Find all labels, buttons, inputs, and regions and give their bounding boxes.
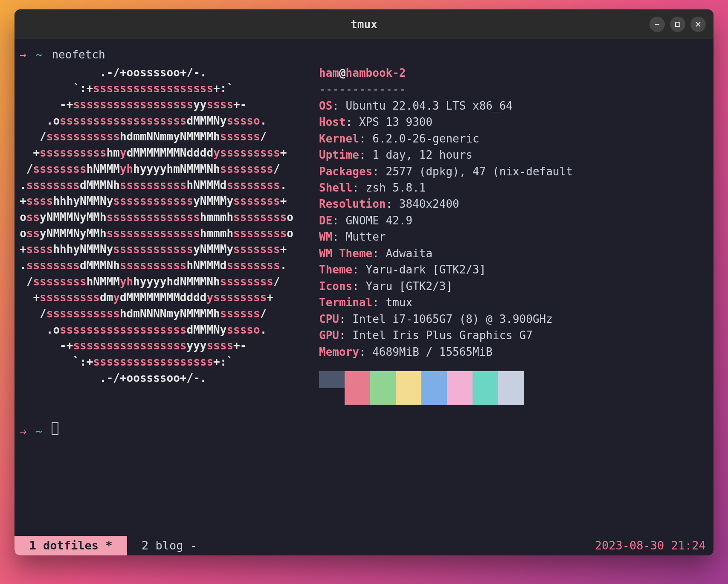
cursor-icon xyxy=(52,422,58,435)
swatch-icon xyxy=(396,371,421,405)
prompt-arrow-icon: → xyxy=(20,424,26,440)
swatch-icon xyxy=(498,371,524,405)
info-row: DE: GNOME 42.9 xyxy=(319,212,573,229)
tmux-clock: 2023-08-30 21:24 xyxy=(595,536,706,555)
maximize-icon xyxy=(674,21,681,28)
minimize-button[interactable] xyxy=(650,17,665,32)
window-title: tmux xyxy=(15,18,713,31)
info-row: Theme: Yaru-dark [GTK2/3] xyxy=(319,261,573,278)
app-window: tmux → ~ neofetch .-/+oossssoo+/-. `:+ss… xyxy=(15,9,713,555)
color-palette xyxy=(319,371,573,388)
info-row: WM Theme: Adwaita xyxy=(319,245,573,261)
info-row: Icons: Yaru [GTK2/3] xyxy=(319,278,573,294)
close-icon xyxy=(695,21,702,28)
tmux-statusbar: 1 dotfiles * 2 blog - 2023-08-30 21:24 xyxy=(15,536,713,555)
maximize-button[interactable] xyxy=(670,17,685,32)
info-user-host: ham@hambook-2 xyxy=(319,65,573,81)
info-row: Memory: 4689MiB / 15565MiB xyxy=(319,344,573,360)
info-row: GPU: Intel Iris Plus Graphics G7 xyxy=(319,327,573,343)
prompt-line-2[interactable]: → ~ xyxy=(20,422,708,440)
info-row: OS: Ubuntu 22.04.3 LTS x86_64 xyxy=(319,98,573,114)
info-separator: ------------- xyxy=(319,81,573,97)
info-row: Kernel: 6.2.0-26-generic xyxy=(319,131,573,147)
close-button[interactable] xyxy=(690,17,706,32)
swatch-icon xyxy=(319,371,345,388)
tmux-tab-dotfiles[interactable]: 1 dotfiles * xyxy=(15,536,127,555)
info-row: Packages: 2577 (dpkg), 47 (nix-default xyxy=(319,163,573,180)
info-row: Resolution: 3840x2400 xyxy=(319,196,573,212)
ascii-logo: .-/+oossssoo+/-. `:+ssssssssssssssssss+:… xyxy=(20,65,293,386)
info-row: Uptime: 1 day, 12 hours xyxy=(319,147,573,163)
swatch-icon xyxy=(421,371,447,405)
info-row: Terminal: tmux xyxy=(319,294,573,311)
neofetch-output: .-/+oossssoo+/-. `:+ssssssssssssssssss+:… xyxy=(20,65,708,388)
prompt-cwd: ~ xyxy=(36,47,43,63)
info-row: WM: Mutter xyxy=(319,229,573,245)
prompt-cwd: ~ xyxy=(36,424,43,440)
prompt-arrow-icon: → xyxy=(20,47,26,63)
info-row: Host: XPS 13 9300 xyxy=(319,114,573,130)
info-row: CPU: Intel i7-1065G7 (8) @ 3.900GHz xyxy=(319,311,573,327)
system-info: ham@hambook-2-------------OS: Ubuntu 22.… xyxy=(319,65,573,388)
swatch-icon xyxy=(447,371,473,405)
info-row: Shell: zsh 5.8.1 xyxy=(319,180,573,196)
tmux-tab-blog[interactable]: 2 blog - xyxy=(127,536,212,555)
swatch-icon xyxy=(473,371,498,405)
svg-rect-1 xyxy=(676,22,680,26)
command-text: neofetch xyxy=(52,47,105,63)
prompt-line-1: → ~ neofetch xyxy=(20,47,708,63)
titlebar[interactable]: tmux xyxy=(15,9,713,39)
swatch-icon xyxy=(370,371,396,405)
terminal[interactable]: → ~ neofetch .-/+oossssoo+/-. `:+sssssss… xyxy=(15,39,713,555)
minimize-icon xyxy=(654,21,661,28)
swatch-icon xyxy=(345,371,370,405)
